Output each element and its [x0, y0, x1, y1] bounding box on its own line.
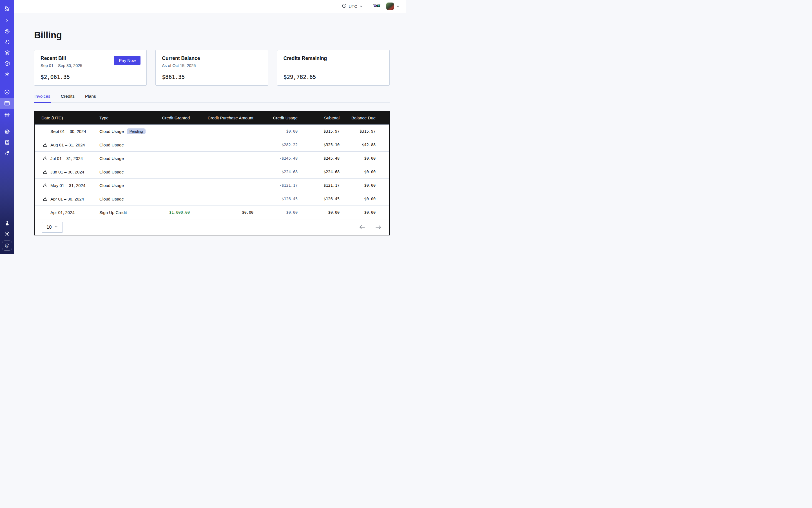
- credit-purchase-value: [193, 152, 257, 165]
- credit-purchase-value: [193, 192, 257, 206]
- subtotal-value: $126.45: [301, 192, 343, 206]
- invoice-type: Cloud Usage: [99, 170, 124, 174]
- gauge-icon: [4, 89, 10, 95]
- credits-remaining-card: Credits Remaining $29,782.65: [277, 50, 390, 86]
- invoice-type: Cloud Usage: [99, 129, 124, 134]
- sidebar-item-asterisk[interactable]: [0, 69, 14, 79]
- page-size-value: 10: [47, 225, 52, 230]
- timezone-selector[interactable]: UTC: [342, 3, 363, 9]
- layers-icon: [4, 50, 10, 56]
- summary-cards: Recent Bill Sep 01 – Sep 30, 2025 $2,061…: [34, 50, 390, 86]
- invoice-type: Cloud Usage: [99, 142, 124, 147]
- column-credit-purchase-amount: Credit Purchase Amount: [193, 112, 257, 124]
- invoice-date: Apr 01, 2024: [50, 210, 75, 215]
- glasses-icon: [373, 3, 381, 9]
- download-invoice-icon[interactable]: [43, 142, 48, 147]
- svg-text:$: $: [6, 244, 8, 247]
- download-invoice-icon[interactable]: [43, 169, 48, 175]
- sidebar-collapse-button[interactable]: [0, 15, 14, 26]
- invoice-row: Sept 01 – 30, 2024Cloud UsagePending$0.0…: [35, 124, 389, 138]
- table-header: Date (UTC) Type Credit Granted Credit Pu…: [35, 112, 389, 124]
- subtotal-value: $245.48: [301, 152, 343, 165]
- sidebar-item-docs[interactable]: [0, 137, 14, 147]
- chevron-down-icon: [396, 4, 400, 9]
- subtotal-value: $224.68: [301, 165, 343, 178]
- next-page-button[interactable]: [375, 225, 382, 230]
- invoice-type: Sign Up Credit: [99, 210, 127, 215]
- tab-plans[interactable]: Plans: [85, 94, 96, 103]
- sidebar-item-usage[interactable]: [0, 86, 14, 98]
- pay-now-button[interactable]: Pay Now: [114, 56, 140, 65]
- sidebar-item-settings[interactable]: [0, 109, 14, 120]
- sidebar-divider: [0, 123, 14, 123]
- recent-bill-amount: $2,061.35: [41, 74, 140, 80]
- credit-purchase-value: [193, 178, 257, 192]
- invoice-row: Jul 01 – 31, 2024Cloud Usage-$245.48$245…: [35, 152, 389, 165]
- sidebar-item-layers[interactable]: [0, 47, 14, 58]
- flask-icon: [4, 220, 10, 226]
- dollar-badge-icon: $: [4, 243, 10, 249]
- download-invoice-icon[interactable]: [43, 156, 48, 161]
- credit-usage-value: -$126.45: [257, 192, 301, 206]
- chevron-down-icon: [54, 225, 58, 230]
- asterisk-icon: [4, 71, 10, 77]
- credit-usage-value: -$282.22: [257, 138, 301, 152]
- table-pagination: 10: [35, 219, 389, 235]
- clock-icon: [342, 3, 347, 9]
- status-badge: Pending: [127, 128, 146, 134]
- sidebar-item-theme[interactable]: [0, 229, 14, 239]
- cube-icon: [4, 60, 10, 67]
- book-sparkle-icon: [4, 139, 10, 145]
- sidebar-item-billing[interactable]: [0, 98, 14, 109]
- balance-due-value: $0.00: [343, 206, 389, 219]
- credits-remaining-amount: $29,782.65: [284, 74, 383, 80]
- ship-wheel-icon: [4, 129, 10, 135]
- credit-usage-value: -$121.17: [257, 178, 301, 192]
- sidebar-item-getting-started[interactable]: [0, 147, 14, 158]
- previous-page-button[interactable]: [359, 225, 366, 230]
- account-menu[interactable]: [386, 3, 400, 10]
- sidebar-item-kubernetes[interactable]: [0, 126, 14, 137]
- sidebar-item-labs[interactable]: [0, 218, 14, 229]
- sidebar: $: [0, 0, 14, 254]
- balance-due-value: $0.00: [343, 152, 389, 165]
- credit-usage-value: $0.00: [257, 206, 301, 219]
- invoice-type: Cloud Usage: [99, 183, 124, 188]
- timer-icon: [4, 39, 10, 45]
- sidebar-item-observe[interactable]: [0, 26, 14, 37]
- credit-granted-value: $1,000.00: [153, 206, 193, 219]
- card-title: Credits Remaining: [284, 55, 383, 61]
- invoice-row: May 01 – 31, 2024Cloud Usage-$121.17$121…: [35, 178, 389, 192]
- sidebar-item-credits[interactable]: $: [2, 241, 12, 251]
- credit-usage-value: -$245.48: [257, 152, 301, 165]
- invoice-date: Jun 01 – 30, 2024: [50, 170, 84, 174]
- invoice-row: Aug 01 – 31, 2024Cloud Usage-$282.22$325…: [35, 138, 389, 152]
- balance-due-value: $315.97: [343, 124, 389, 138]
- credit-purchase-value: [193, 165, 257, 178]
- tab-invoices[interactable]: Invoices: [34, 94, 51, 103]
- download-invoice-icon[interactable]: [43, 196, 48, 202]
- download-invoice-icon[interactable]: [43, 183, 48, 188]
- invoice-date: Sept 01 – 30, 2024: [50, 129, 86, 134]
- chevron-down-icon: [359, 4, 363, 9]
- chevron-right-icon: [5, 18, 9, 23]
- card-title: Current Balance: [162, 55, 262, 61]
- tab-credits[interactable]: Credits: [60, 94, 75, 103]
- sidebar-item-timer[interactable]: [0, 37, 14, 47]
- invoice-date: May 01 – 31, 2024: [50, 183, 85, 188]
- invoices-table: Date (UTC) Type Credit Granted Credit Pu…: [34, 111, 390, 236]
- column-type: Type: [99, 112, 153, 124]
- view-mode-button[interactable]: [373, 3, 381, 9]
- timezone-label: UTC: [349, 4, 357, 9]
- invoice-row: Apr 01 – 30, 2024Cloud Usage-$126.45$126…: [35, 192, 389, 206]
- sidebar-item-cube[interactable]: [0, 58, 14, 69]
- rocket-icon: [4, 150, 10, 156]
- credit-granted-value: [153, 124, 193, 138]
- invoice-date: Jul 01 – 31, 2024: [50, 156, 83, 161]
- observe-spiral-icon: [4, 29, 10, 34]
- orbit-logo[interactable]: [4, 4, 10, 13]
- credit-usage-value: $0.00: [257, 124, 301, 138]
- page-size-select[interactable]: 10: [42, 222, 63, 232]
- column-subtotal: Subtotal: [301, 112, 343, 124]
- sun-icon: [4, 231, 10, 237]
